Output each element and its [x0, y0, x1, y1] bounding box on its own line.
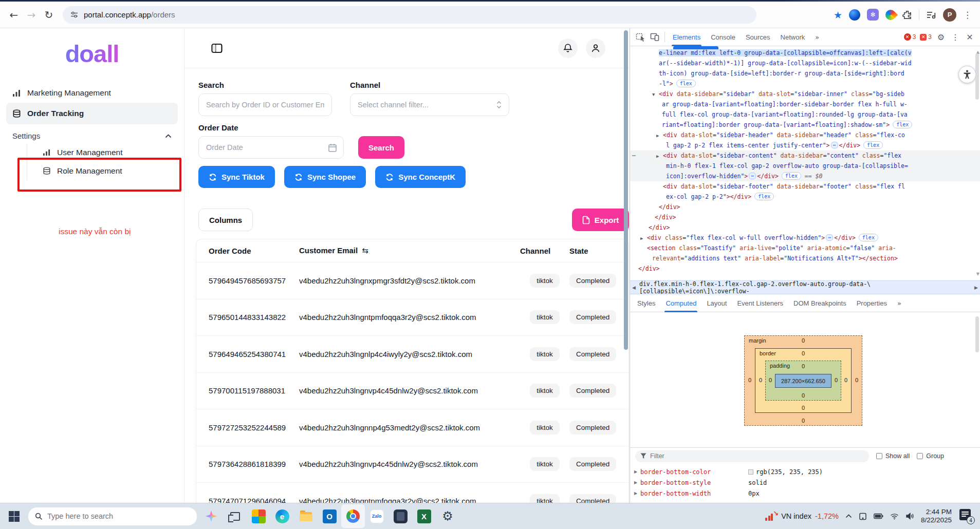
devtools-close-icon[interactable]: ✕ [963, 30, 977, 44]
table-row[interactable]: 579747071296046094v4bedu2hz2uh3lngntpmfo… [196, 482, 628, 503]
tab-network[interactable]: Network [775, 28, 810, 46]
bookmark-star-icon[interactable]: ★ [834, 9, 842, 21]
sidebar-item-marketing-management[interactable]: Marketing Management [6, 83, 178, 103]
device-toolbar-icon[interactable] [648, 30, 662, 44]
user-account-button[interactable] [586, 39, 605, 58]
extensions-puzzle-icon[interactable] [902, 10, 912, 20]
search-input[interactable] [198, 93, 332, 116]
table-row[interactable]: 579700115197888031v4bedu2hz2uh3lngnvp4c4… [196, 372, 628, 409]
site-settings-icon[interactable] [70, 10, 79, 19]
search-button[interactable]: Search [358, 136, 404, 159]
profile-avatar[interactable]: P [943, 8, 956, 22]
box-model-margin[interactable]: margin 0 0 0 0 border 0 0 0 0 padding 0 … [744, 335, 862, 426]
crumb-left-icon[interactable]: ◀ [632, 281, 636, 294]
browser-menu-icon[interactable]: ⋮ [963, 10, 972, 20]
sort-icon[interactable]: ⇆ [362, 246, 368, 255]
taskbar-app-excel[interactable]: X [412, 504, 436, 528]
address-bar[interactable]: portal.conceptk.app/orders [63, 6, 756, 24]
tab-computed[interactable]: Computed [660, 294, 701, 312]
taskbar-search-input[interactable] [47, 512, 190, 520]
tab-event-listeners[interactable]: Event Listeners [732, 294, 788, 312]
taskbar-app-explorer[interactable] [294, 504, 318, 528]
tab-console[interactable]: Console [706, 28, 741, 46]
sync-tiktok-button[interactable]: Sync Tiktok [198, 166, 275, 188]
forward-button[interactable]: → [23, 6, 40, 24]
tray-wifi-icon[interactable] [890, 513, 899, 520]
notification-center-button[interactable]: 4 [958, 508, 974, 524]
tab-properties[interactable]: Properties [852, 294, 892, 312]
taskbar-app-edge[interactable]: e [270, 504, 294, 528]
extension-snowflake-icon[interactable]: ❄ [867, 9, 879, 21]
show-all-checkbox[interactable]: Show all [876, 452, 910, 460]
sidebar-item-role-management[interactable]: Role Management [36, 162, 178, 180]
inspect-element-icon[interactable] [633, 30, 648, 44]
task-view-button[interactable] [223, 504, 247, 528]
more-panel-tabs-icon[interactable]: » [892, 294, 907, 312]
taskbar-clock[interactable]: 2:44 PM 8/22/2025 [921, 508, 952, 524]
url-text[interactable]: portal.conceptk.app/orders [84, 10, 175, 19]
taskbar-search[interactable] [28, 507, 197, 526]
table-row[interactable]: 579649457685693757v4bedu2hz2uh3lngnxpmgr… [196, 262, 628, 299]
taskbar-app-settings[interactable]: ⚙ [436, 504, 459, 528]
back-button[interactable]: ← [5, 6, 23, 24]
extension-feather-icon[interactable] [883, 7, 898, 22]
computed-property[interactable]: ▶border-bottom-color rgb(235, 235, 235) [630, 466, 980, 477]
tray-volume-icon[interactable] [905, 513, 914, 520]
notifications-bell-button[interactable] [558, 39, 578, 58]
taskbar-app-journal[interactable] [389, 504, 412, 528]
devtools-settings-gear-icon[interactable]: ⚙ [934, 30, 948, 44]
computed-filter-input-wrap[interactable] [635, 450, 869, 462]
sidebar-group-settings[interactable]: Settings [6, 124, 178, 143]
table-row[interactable]: 579649465254380741v4bedu2hz2uh3lngnlp4c4… [196, 335, 628, 372]
crumb-right-icon[interactable]: ▶ [974, 281, 978, 294]
col-state[interactable]: State [569, 247, 616, 255]
tab-dom-breakpoints[interactable]: DOM Breakpoints [788, 294, 852, 312]
tab-styles[interactable]: Styles [632, 294, 660, 312]
devtools-menu-icon[interactable]: ⋮ [948, 30, 963, 44]
elements-breadcrumb[interactable]: ◀ div.flex.min-h-0.flex-1.flex-col.gap-2… [630, 280, 980, 294]
more-tabs-icon[interactable]: » [810, 28, 824, 46]
sidebar-toggle-icon[interactable] [211, 43, 223, 53]
tray-device-icon[interactable] [859, 513, 867, 520]
channel-select[interactable]: Select channel filter... [350, 93, 509, 116]
taskbar-app-chrome[interactable] [341, 504, 365, 528]
start-button[interactable] [2, 504, 26, 528]
col-customer-email[interactable]: Customer Email⇆ [299, 246, 520, 255]
columns-button[interactable]: Columns [198, 209, 253, 231]
taskbar-app-m365[interactable] [247, 504, 270, 528]
console-errors-badge[interactable]: ✕3 [904, 33, 916, 41]
tab-sources[interactable]: Sources [741, 28, 775, 46]
elements-tree-lines[interactable]: e-linear md:flex left-0 group-data-[coll… [630, 48, 980, 274]
calendar-icon[interactable] [328, 143, 337, 153]
table-row[interactable]: 579650144833143822v4bedu2hz2uh3lngntpmfo… [196, 299, 628, 336]
col-channel[interactable]: Channel [520, 247, 569, 255]
tray-battery-icon[interactable] [874, 513, 883, 519]
computed-filter-input[interactable] [650, 452, 864, 460]
taskbar-app-outlook[interactable]: O [318, 504, 341, 528]
reload-button[interactable]: ↻ [40, 6, 58, 24]
elements-tree[interactable]: e-linear md:flex left-0 group-data-[coll… [630, 46, 980, 280]
table-row[interactable]: 579727253252244589v4bedu2hz2uh3lngnnp4g5… [196, 409, 628, 446]
order-date-input[interactable] [198, 136, 344, 159]
computed-scrollbar[interactable] [975, 316, 979, 352]
reading-list-icon[interactable] [926, 10, 936, 20]
copilot-button[interactable] [199, 504, 223, 528]
extension-orb-icon[interactable] [849, 9, 860, 21]
box-model-border[interactable]: border 0 0 0 0 padding 0 0 0 0 287.200×6… [755, 348, 852, 413]
col-order-code[interactable]: Order Code [209, 247, 299, 255]
box-model-padding[interactable]: padding 0 0 0 0 287.200×662.650 [765, 361, 841, 401]
stock-ticker[interactable]: ↘ VN index -1,72% [765, 512, 839, 521]
tray-chevron-icon[interactable] [845, 514, 852, 518]
issues-badge[interactable]: ✕3 [920, 33, 932, 41]
sync-conceptk-button[interactable]: Sync ConceptK [375, 166, 466, 188]
accessibility-indicator-icon[interactable] [958, 66, 976, 83]
table-row[interactable]: 579736428861818399v4bedu2hz2uh3lngnvp4c4… [196, 446, 628, 483]
computed-property[interactable]: ▶border-bottom-style solid [630, 477, 980, 488]
group-checkbox[interactable]: Group [917, 452, 944, 460]
page-scrollbar[interactable] [624, 30, 628, 350]
tab-layout[interactable]: Layout [701, 294, 732, 312]
sidebar-item-order-tracking[interactable]: Order Tracking [6, 103, 178, 124]
tab-elements[interactable]: Elements [668, 28, 706, 46]
sidebar-item-user-management[interactable]: User Management [36, 143, 178, 162]
computed-property[interactable]: ▶border-bottom-width 0px [630, 488, 980, 499]
